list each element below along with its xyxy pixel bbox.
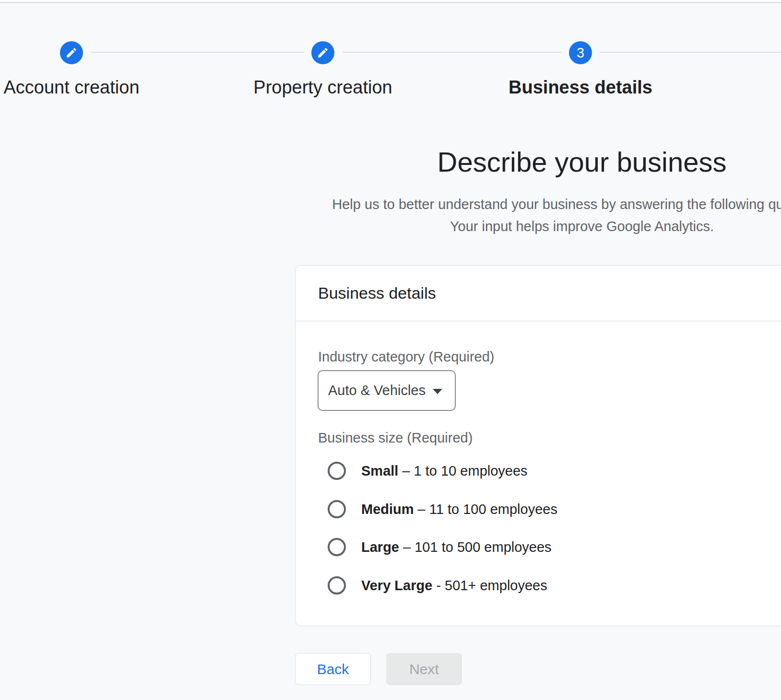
radio-label-name: Large: [361, 539, 399, 555]
business-size-label: Business size (Required): [318, 430, 473, 446]
radio-label-detail: – 1 to 10 employees: [398, 463, 527, 478]
radio-label-detail: – 101 to 500 employees: [399, 539, 552, 555]
stepper-connector-2: [343, 52, 562, 53]
step-business-details-indicator: 3: [569, 41, 592, 64]
step-label-account-creation: Account creation: [3, 76, 139, 98]
step-label-property-creation: Property creation: [253, 76, 392, 98]
stepper-connector-1: [91, 52, 305, 53]
radio-label-name: Medium: [361, 502, 414, 517]
radio-circle[interactable]: [328, 462, 346, 480]
page-subtitle-line2: Your input helps improve Google Analytic…: [295, 215, 781, 237]
back-button[interactable]: Back: [295, 653, 371, 685]
pencil-icon: [317, 47, 329, 59]
radio-label: Very Large - 501+ employees: [361, 575, 547, 596]
radio-option-large[interactable]: Large – 101 to 500 employees: [328, 538, 552, 556]
page-subtitle: Help us to better understand your busine…: [295, 193, 781, 237]
dropdown-caret-icon: [433, 389, 442, 394]
radio-circle[interactable]: [328, 576, 346, 595]
radio-circle[interactable]: [328, 538, 346, 556]
step-account-creation-edit-button[interactable]: [60, 41, 83, 64]
radio-label-detail: – 11 to 100 employees: [414, 502, 557, 517]
card-title: Business details: [295, 265, 781, 321]
radio-option-medium[interactable]: Medium – 11 to 100 employees: [328, 500, 557, 518]
industry-category-value: Auto & Vehicles: [328, 383, 426, 398]
radio-label-name: Very Large: [361, 578, 432, 593]
page-subtitle-line1: Help us to better understand your busine…: [295, 193, 781, 215]
pencil-icon: [65, 47, 78, 59]
industry-category-label: Industry category (Required): [318, 349, 495, 365]
page-title: Describe your business: [295, 145, 781, 179]
radio-label-detail: - 501+ employees: [432, 578, 547, 593]
stepper-connector-3: [600, 52, 781, 53]
next-button[interactable]: Next: [386, 653, 462, 685]
radio-option-very-large[interactable]: Very Large - 501+ employees: [328, 576, 547, 595]
radio-option-small[interactable]: Small – 1 to 10 employees: [328, 462, 528, 480]
radio-label: Large – 101 to 500 employees: [361, 537, 552, 558]
step-property-creation-edit-button[interactable]: [311, 41, 334, 64]
step-number: 3: [577, 46, 584, 60]
radio-label: Medium – 11 to 100 employees: [361, 499, 557, 520]
industry-category-dropdown[interactable]: Auto & Vehicles: [318, 370, 456, 411]
radio-label: Small – 1 to 10 employees: [361, 460, 528, 481]
radio-circle[interactable]: [328, 500, 346, 518]
top-divider: [0, 2, 781, 3]
step-label-business-details: Business details: [509, 76, 652, 98]
radio-label-name: Small: [361, 463, 398, 478]
